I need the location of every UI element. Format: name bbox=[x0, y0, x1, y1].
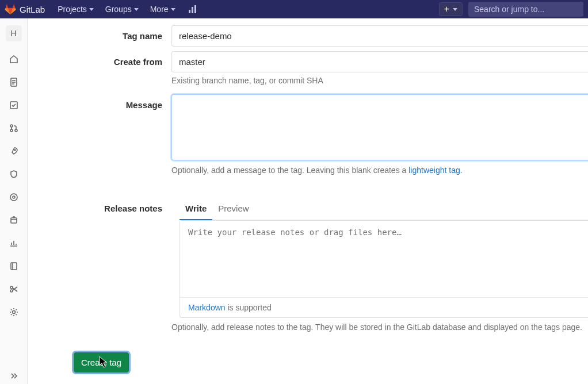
create-from-input[interactable] bbox=[171, 51, 588, 72]
release-notes-label: Release notes bbox=[28, 198, 171, 213]
svg-point-13 bbox=[10, 286, 13, 289]
tab-write[interactable]: Write bbox=[180, 198, 212, 220]
svg-rect-0 bbox=[189, 10, 190, 13]
nav-more[interactable]: More bbox=[144, 0, 181, 18]
gear-icon bbox=[9, 308, 18, 317]
nav-projects-label: Projects bbox=[58, 5, 87, 14]
tag-name-input[interactable] bbox=[171, 25, 588, 47]
nav-more-label: More bbox=[150, 5, 169, 14]
package-icon bbox=[9, 216, 18, 225]
sidebar-settings[interactable] bbox=[9, 307, 19, 317]
chevron-down-icon bbox=[453, 8, 457, 11]
message-help-text: Optionally, add a message to the tag. Le… bbox=[171, 166, 408, 175]
create-from-help: Existing branch name, tag, or commit SHA bbox=[171, 76, 588, 85]
sidebar-packages[interactable] bbox=[9, 215, 19, 225]
sidebar-repository[interactable] bbox=[9, 77, 19, 87]
tab-preview[interactable]: Preview bbox=[212, 198, 254, 220]
svg-point-15 bbox=[12, 311, 15, 314]
svg-point-10 bbox=[13, 196, 15, 198]
left-sidebar: H bbox=[0, 18, 28, 384]
sidebar-security[interactable] bbox=[9, 169, 19, 179]
sidebar-issues[interactable] bbox=[9, 100, 19, 110]
rocket-icon bbox=[9, 147, 18, 156]
svg-rect-12 bbox=[11, 263, 17, 270]
plus-icon: + bbox=[444, 5, 449, 14]
nav-groups-label: Groups bbox=[105, 5, 132, 14]
create-tag-button[interactable]: Create tag bbox=[74, 352, 129, 373]
markdown-help-link[interactable]: Markdown bbox=[188, 303, 226, 312]
sidebar-snippets[interactable] bbox=[9, 284, 19, 294]
project-avatar-letter: H bbox=[10, 29, 16, 38]
sidebar-analytics[interactable] bbox=[9, 238, 19, 248]
chevron-down-icon bbox=[134, 8, 139, 11]
gitlab-logo-icon bbox=[5, 3, 16, 15]
svg-point-14 bbox=[10, 290, 13, 292]
sidebar-merge-requests[interactable] bbox=[9, 123, 19, 133]
svg-point-6 bbox=[10, 129, 13, 132]
main-content: Tag name Create from Existing branch nam… bbox=[28, 18, 588, 384]
nav-groups[interactable]: Groups bbox=[100, 0, 144, 18]
lightweight-tag-link[interactable]: lightweight tag bbox=[408, 166, 460, 175]
create-from-label: Create from bbox=[28, 51, 171, 67]
chevron-double-right-icon bbox=[9, 371, 18, 381]
search-box[interactable] bbox=[468, 2, 583, 17]
release-notes-textarea[interactable] bbox=[180, 221, 588, 295]
home-icon bbox=[9, 55, 18, 64]
issues-icon bbox=[9, 101, 18, 110]
message-help-suffix: . bbox=[460, 166, 463, 175]
message-help: Optionally, add a message to the tag. Le… bbox=[171, 166, 588, 175]
svg-point-9 bbox=[10, 194, 17, 201]
sidebar-operations[interactable] bbox=[9, 192, 19, 202]
brand-link[interactable]: GitLab bbox=[5, 3, 45, 15]
svg-rect-1 bbox=[192, 7, 193, 13]
sidebar-collapse[interactable] bbox=[8, 370, 20, 382]
sidebar-home[interactable] bbox=[9, 54, 19, 64]
svg-rect-2 bbox=[194, 5, 196, 13]
brand-text: GitLab bbox=[20, 5, 45, 14]
svg-point-7 bbox=[15, 129, 17, 132]
operations-icon bbox=[9, 193, 18, 202]
chart-icon bbox=[188, 5, 197, 14]
tag-name-label: Tag name bbox=[28, 25, 171, 41]
release-notes-footer: Markdown is supported bbox=[180, 297, 588, 317]
scissors-icon bbox=[9, 285, 18, 294]
message-textarea[interactable] bbox=[171, 94, 588, 160]
sidebar-ci-cd[interactable] bbox=[9, 146, 19, 156]
analytics-icon bbox=[9, 239, 18, 248]
nav-projects[interactable]: Projects bbox=[52, 0, 100, 18]
top-nav: GitLab Projects Groups More + bbox=[0, 0, 588, 18]
nav-activity[interactable] bbox=[181, 0, 204, 18]
svg-point-8 bbox=[14, 149, 16, 151]
project-avatar[interactable]: H bbox=[6, 25, 22, 41]
svg-point-5 bbox=[10, 125, 13, 127]
markdown-supported-text: is supported bbox=[226, 303, 272, 312]
search-input[interactable] bbox=[474, 5, 578, 14]
shield-icon bbox=[9, 170, 18, 179]
release-notes-help: Optionally, add release notes to the tag… bbox=[171, 322, 588, 332]
svg-rect-11 bbox=[11, 218, 17, 223]
file-icon bbox=[9, 78, 18, 87]
new-menu-button[interactable]: + bbox=[439, 2, 463, 16]
chevron-down-icon bbox=[171, 8, 175, 11]
merge-request-icon bbox=[9, 124, 18, 133]
book-icon bbox=[9, 262, 18, 271]
message-label: Message bbox=[28, 94, 171, 110]
release-notes-wrap: Markdown is supported bbox=[180, 220, 588, 318]
sidebar-wiki[interactable] bbox=[9, 261, 19, 271]
chevron-down-icon bbox=[89, 8, 94, 11]
release-notes-tabs: Write Preview bbox=[180, 198, 588, 220]
